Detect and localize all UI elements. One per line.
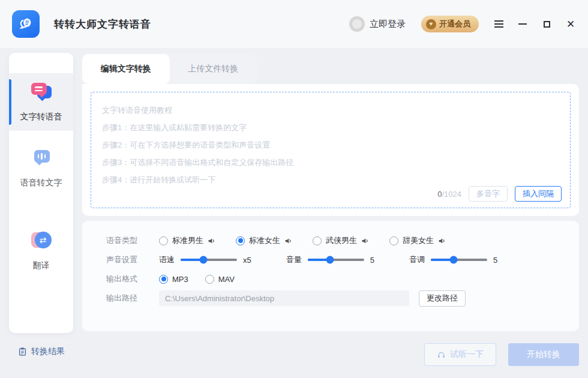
text-to-speech-icon [29, 83, 53, 103]
output-format-row: 输出格式 MP3 MAV [106, 271, 579, 287]
vip-label: 开通会员 [439, 19, 470, 29]
sidebar-item-label: 文字转语音 [9, 112, 73, 122]
voice-option-standard-male[interactable]: 标准男生 [159, 235, 215, 246]
preview-label: 试听一下 [450, 349, 484, 360]
results-label: 转换结果 [31, 346, 65, 357]
speech-to-text-icon [29, 149, 53, 169]
text-input-area[interactable]: 文字转语音使用教程 步骤1：在这里输入或粘贴需要转换的文字 步骤2：可在下方选择… [91, 92, 571, 208]
pitch-slider-group: 音调 5 [409, 254, 497, 265]
app-title: 转转大师文字转语音 [54, 17, 151, 31]
slider-thumb[interactable] [326, 256, 334, 264]
editor-card: 文字转语音使用教程 步骤1：在这里输入或粘贴需要转换的文字 步骤2：可在下方选择… [82, 84, 579, 216]
radio-icon [236, 236, 245, 245]
radio-icon [313, 236, 322, 245]
format-option-mp3[interactable]: MP3 [159, 275, 188, 284]
volume-slider-group: 音量 5 [286, 254, 374, 265]
speaker-icon[interactable] [438, 237, 446, 245]
output-path-field[interactable]: C:\Users\Administrator\Desktop [159, 290, 409, 306]
sidebar-item-translate[interactable]: ⇄ 翻译 [9, 221, 73, 280]
sidebar-item-label: 语音转文字 [9, 178, 73, 188]
titlebar: 转转大师文字转语音 立即登录 ♥ 开通会员 ✕ [0, 0, 588, 48]
voice-option-sweet-female[interactable]: 甜美女生 [389, 235, 446, 246]
close-button[interactable]: ✕ [565, 19, 576, 29]
insert-pause-button[interactable]: 插入间隔 [515, 186, 562, 202]
main-content: 编辑文字转换 上传文件转换 文字转语音使用教程 步骤1：在这里输入或粘贴需要转换… [82, 54, 579, 378]
sound-settings-row: 声音设置 语速 x5 音量 5 音调 [106, 252, 579, 268]
login-button[interactable]: 立即登录 [349, 16, 406, 32]
tabbar: 编辑文字转换 上传文件转换 [82, 54, 257, 84]
format-option-mav[interactable]: MAV [205, 275, 235, 284]
voice-type-row: 语音类型 标准男生 标准女生 武侠男生 [106, 233, 579, 248]
preview-button[interactable]: 试听一下 [424, 343, 496, 366]
voice-option-standard-female[interactable]: 标准女生 [236, 235, 292, 246]
translate-icon: ⇄ [31, 230, 52, 252]
tab-edit-text[interactable]: 编辑文字转换 [82, 54, 170, 84]
polyphone-button[interactable]: 多音字 [469, 186, 508, 202]
editor-placeholder: 文字转语音使用教程 步骤1：在这里输入或粘贴需要转换的文字 步骤2：可在下方选择… [91, 92, 570, 188]
window-controls: ✕ [493, 19, 576, 29]
volume-slider[interactable] [308, 259, 364, 261]
voice-type-label: 语音类型 [106, 235, 143, 246]
footer-actions: 试听一下 开始转换 [424, 343, 579, 366]
login-label: 立即登录 [370, 19, 406, 30]
volume-value: 5 [370, 256, 374, 265]
output-format-label: 输出格式 [106, 274, 143, 284]
output-path-label: 输出路径 [106, 293, 143, 304]
sidebar: 文字转语音 语音转文字 ⇄ 翻译 [9, 53, 73, 333]
speed-slider[interactable] [181, 259, 237, 261]
sidebar-item-speech-to-text[interactable]: 语音转文字 [9, 139, 73, 197]
voice-option-wuxia-male[interactable]: 武侠男生 [313, 235, 369, 246]
app-logo-icon [12, 10, 40, 38]
conversion-results-link[interactable]: 转换结果 [18, 346, 65, 357]
editor-placeholder-line: 步骤2：可在下方选择想要的语音类型和声音设置 [102, 136, 559, 154]
radio-icon [159, 275, 168, 284]
sidebar-item-label: 翻译 [9, 260, 73, 271]
pitch-slider[interactable] [431, 259, 487, 261]
slider-thumb[interactable] [199, 256, 207, 264]
radio-icon [389, 236, 398, 245]
speaker-icon[interactable] [284, 237, 292, 245]
maximize-button[interactable] [541, 19, 552, 29]
sidebar-item-text-to-speech[interactable]: 文字转语音 [9, 73, 73, 131]
speed-slider-group: 语速 x5 [159, 254, 251, 265]
clipboard-icon [18, 347, 27, 356]
minimize-button[interactable] [517, 19, 528, 29]
output-path-row: 输出路径 C:\Users\Administrator\Desktop 更改路径 [106, 290, 579, 306]
change-path-button[interactable]: 更改路径 [419, 290, 466, 307]
editor-placeholder-line: 步骤3：可选择不同语音输出格式和自定义保存输出路径 [102, 154, 559, 171]
speaker-icon[interactable] [208, 237, 215, 245]
speed-value: x5 [243, 256, 251, 265]
tab-upload-file[interactable]: 上传文件转换 [170, 54, 257, 84]
start-convert-button[interactable]: 开始转换 [508, 343, 579, 366]
menu-icon[interactable] [493, 19, 504, 29]
char-counter: 0/1024 [437, 190, 461, 199]
radio-icon [205, 275, 214, 284]
app-window: 转转大师文字转语音 立即登录 ♥ 开通会员 ✕ 文字转 [0, 0, 588, 378]
vip-heart-icon: ♥ [426, 19, 436, 29]
pitch-value: 5 [493, 256, 497, 265]
vip-button[interactable]: ♥ 开通会员 [421, 16, 479, 32]
headphones-icon [437, 350, 446, 359]
editor-placeholder-line: 文字转语音使用教程 [102, 101, 559, 119]
speaker-icon[interactable] [361, 237, 369, 245]
settings-panel: 语音类型 标准男生 标准女生 武侠男生 [82, 221, 579, 331]
avatar-icon [349, 16, 365, 32]
editor-placeholder-line: 步骤1：在这里输入或粘贴需要转换的文字 [102, 119, 559, 136]
radio-icon [159, 236, 168, 245]
slider-thumb[interactable] [449, 256, 457, 264]
sound-settings-label: 声音设置 [106, 254, 143, 265]
